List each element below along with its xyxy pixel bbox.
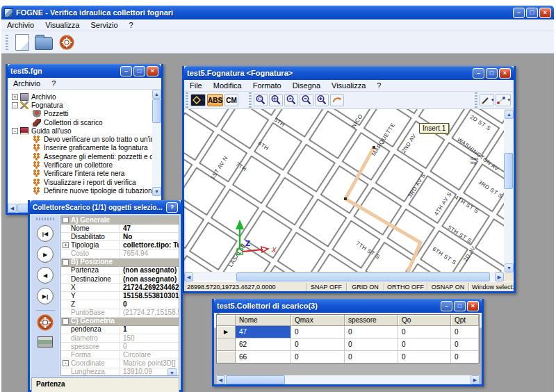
expand-toggle-icon[interactable]: - — [63, 259, 69, 266]
scroll-left-icon[interactable]: ◀ — [8, 204, 17, 213]
maximize-icon[interactable]: □ — [133, 66, 145, 76]
property-value[interactable]: Matrice point3D[] — [120, 359, 179, 368]
scroll-down-icon[interactable]: ▼ — [167, 368, 177, 376]
menu-item[interactable]: Visualizza — [326, 81, 371, 90]
menu-item[interactable]: File — [184, 81, 208, 90]
expand-toggle-icon[interactable]: + — [12, 94, 18, 100]
property-row[interactable]: Z 0 — [61, 300, 179, 309]
property-row[interactable]: PuntoBase (21724.27,15158.55,0.00 — [61, 309, 179, 318]
table-row[interactable]: ▶ 47 0 0 0 0 — [217, 326, 479, 338]
expand-toggle-icon[interactable]: - — [12, 128, 18, 134]
property-row[interactable]: Y 15158.5538103017 — [61, 292, 179, 300]
cell-qmax[interactable]: 0 — [291, 351, 345, 364]
cell-qmax[interactable]: 0 — [291, 326, 345, 338]
zoom-out-icon[interactable] — [300, 94, 313, 106]
scroll-left-icon[interactable]: ◀ — [216, 375, 225, 384]
help-lifering-icon[interactable] — [37, 314, 54, 331]
property-row[interactable]: - A) Generale — [61, 216, 179, 224]
chevron-down-icon[interactable]: ▾ — [491, 97, 494, 103]
toolbar-grip[interactable] — [186, 92, 188, 108]
expand-toggle-icon[interactable]: - — [63, 318, 69, 325]
scroll-thumb[interactable] — [152, 99, 161, 123]
property-value[interactable]: 7654.94 — [120, 250, 179, 258]
minimize-icon[interactable]: – — [120, 66, 132, 76]
scroll-right-icon[interactable]: ▶ — [495, 272, 504, 281]
property-value[interactable]: collettore.tipo: Tubaz — [120, 241, 179, 250]
tree-item[interactable]: Devo verificare un solo tratto o un'inte… — [8, 135, 161, 143]
tree-item[interactable]: Collettori di scarico — [8, 118, 161, 126]
scroll-up-icon[interactable]: ▲ — [505, 110, 514, 119]
property-value[interactable]: (non assegnato) — [120, 266, 179, 275]
expand-toggle-icon[interactable]: - — [63, 217, 69, 223]
property-value[interactable]: (21724.27,15158.55,0.00 — [120, 309, 179, 317]
property-row[interactable]: + Coordinate Matrice point3D[] — [61, 359, 179, 368]
close-icon[interactable]: × — [147, 66, 158, 76]
new-file-icon[interactable] — [15, 34, 29, 51]
expand-toggle-icon[interactable]: + — [63, 360, 69, 366]
menu-item[interactable]: ? — [46, 79, 61, 88]
property-row[interactable]: Forma Circolare — [61, 351, 179, 359]
close-icon[interactable]: × — [467, 301, 479, 311]
scroll-thumb[interactable] — [226, 375, 285, 384]
cell-qmax[interactable]: 0 — [291, 338, 345, 351]
row-selector[interactable] — [217, 338, 236, 351]
column-header[interactable]: spessore — [345, 315, 398, 326]
abs-toggle[interactable]: ABS — [207, 94, 223, 106]
close-icon[interactable]: × — [539, 8, 551, 18]
expand-toggle-icon[interactable]: + — [63, 242, 69, 248]
property-row[interactable]: pendenza 1 — [61, 326, 179, 334]
toolbar-grip[interactable] — [36, 218, 54, 220]
minimize-icon[interactable]: – — [441, 301, 452, 311]
tree-item[interactable]: - Guida all'uso — [8, 126, 161, 135]
property-value[interactable]: 47 — [120, 224, 179, 233]
property-row[interactable]: Partenza (non assegnato) — [61, 267, 179, 275]
property-row[interactable]: - B) Posizione — [61, 259, 179, 267]
property-value[interactable]: 21724.2692344622 — [120, 284, 179, 292]
property-row[interactable]: Disabilitato No — [61, 233, 179, 241]
cell-qpt[interactable]: 0 — [451, 351, 479, 364]
cell-qo[interactable]: 0 — [398, 326, 451, 338]
node-tool-icon[interactable]: ▾ — [496, 94, 511, 106]
cell-nome[interactable]: 62 — [236, 338, 291, 351]
property-row[interactable]: + Tipologia collettore.tipo: Tubaz — [61, 241, 179, 250]
scroll-up-icon[interactable]: ▲ — [152, 90, 161, 99]
column-header[interactable]: Qo — [398, 315, 451, 326]
menu-item[interactable]: ? — [371, 81, 386, 90]
draw-pencil-icon[interactable]: ▾ — [480, 94, 495, 106]
tree-item[interactable]: Verificare un collettore — [8, 161, 161, 169]
close-icon[interactable]: × — [499, 68, 511, 79]
menu-item[interactable]: Modifica — [208, 81, 247, 90]
tree-item[interactable]: Verificare l'intera rete nera — [8, 170, 161, 178]
osnap-toggle[interactable]: OSNAP ON — [427, 283, 468, 291]
row-selector[interactable]: ▶ — [217, 326, 236, 338]
property-value[interactable]: 15158.5538103017 — [120, 292, 179, 300]
zoom-extents-icon[interactable] — [269, 94, 283, 106]
property-row[interactable]: X 21724.2692344622 — [61, 284, 179, 292]
zoom-in-icon[interactable] — [315, 94, 329, 106]
print-icon[interactable] — [38, 336, 53, 348]
scroll-thumb[interactable] — [504, 153, 513, 189]
cell-qpt[interactable]: 0 — [451, 326, 479, 338]
main-titlebar[interactable]: FOGNE - Verifica idraulica collettori fo… — [1, 6, 554, 19]
tree-item[interactable]: Inserire graficamente la fognatura — [8, 144, 161, 152]
property-row[interactable]: - C) Geometria — [61, 318, 179, 326]
property-value[interactable]: 0 — [120, 343, 179, 351]
cell-spessore[interactable]: 0 — [345, 326, 398, 338]
toolbar-grip[interactable] — [249, 92, 252, 108]
zoom-window-icon[interactable] — [254, 94, 268, 106]
toolbar-grip[interactable] — [6, 35, 8, 50]
cell-qo[interactable]: 0 — [398, 351, 451, 364]
map-titlebar[interactable]: test5.Fognatura <Fognatura> – □ × — [184, 66, 514, 80]
layer-tool-icon[interactable]: ▾ — [190, 94, 206, 106]
ortho-toggle[interactable]: ORTHO OFF — [384, 283, 427, 291]
pan-orbit-icon[interactable] — [330, 94, 344, 106]
property-row[interactable]: diametro 150 — [61, 334, 179, 343]
property-row[interactable]: Nome 47 — [61, 224, 179, 233]
tree-item[interactable]: Assegnare gli elementi: pozzetti e colle — [8, 152, 161, 161]
menu-item[interactable]: ? — [124, 20, 139, 30]
toolbar-grip[interactable] — [475, 92, 477, 108]
map-canvas[interactable]: 5TH6TH7TH1ST AV NNICOMARQUETTE2ND AV2D S… — [184, 109, 504, 272]
property-value[interactable]: Circolare — [120, 351, 179, 359]
properties-titlebar[interactable]: CollettoreScarico (1/1) oggetti selezio.… — [30, 200, 181, 214]
record-nav-button[interactable]: |◀ — [37, 225, 54, 242]
